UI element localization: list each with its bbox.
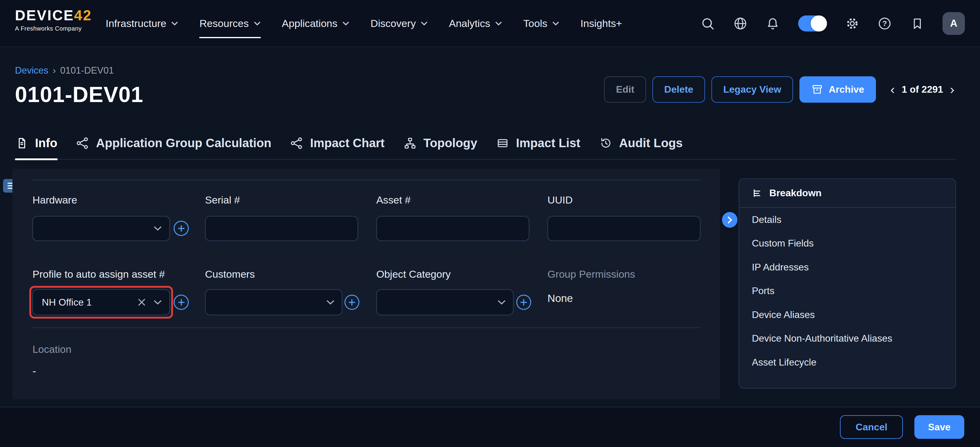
add-profile-button[interactable] (173, 295, 189, 310)
object-category-label: Object Category (376, 268, 451, 280)
nav-item-analytics[interactable]: Analytics (449, 0, 502, 47)
tab-info[interactable]: Info (15, 127, 57, 159)
add-hardware-button[interactable] (173, 221, 189, 236)
breakdown-panel: Breakdown Details Custom Fields IP Addre… (739, 178, 956, 388)
breakdown-item-ports[interactable]: Ports (739, 279, 956, 303)
main-nav: Infrastructure Resources Applications Di… (105, 0, 622, 47)
pager-next-button[interactable]: › (950, 83, 954, 96)
edit-button[interactable]: Edit (604, 76, 646, 103)
edit-button-label: Edit (616, 84, 634, 95)
globe-icon[interactable] (733, 16, 748, 31)
cancel-button[interactable]: Cancel (840, 415, 903, 439)
nav-item-applications[interactable]: Applications (282, 0, 349, 47)
save-button[interactable]: Save (914, 415, 964, 439)
page-actions: Edit Delete Legacy View Archive ‹ 1 of 2… (604, 76, 954, 103)
add-customer-button[interactable] (345, 295, 360, 310)
customers-select[interactable] (205, 289, 343, 316)
svg-text:?: ? (882, 19, 887, 27)
breakdown-item-device-non-authoritative-aliases[interactable]: Device Non-Authoritative Aliases (739, 327, 956, 351)
chevron-down-icon (495, 21, 502, 26)
uuid-input[interactable] (547, 216, 700, 241)
hardware-label: Hardware (32, 194, 77, 206)
archive-button[interactable]: Archive (799, 76, 876, 103)
breadcrumb: Devices › 0101-DEV01 (15, 65, 114, 76)
breakdown-title: Breakdown (770, 187, 822, 199)
chevron-down-icon (154, 300, 162, 305)
device42-app: DEVICE42 A Freshworks Company Infrastruc… (0, 0, 980, 447)
plus-icon (178, 299, 185, 306)
nav-item-label: Infrastructure (105, 18, 166, 29)
nav-item-label: Insights+ (581, 18, 622, 29)
section-divider (32, 327, 700, 328)
chevron-down-icon (342, 21, 349, 26)
profile-select[interactable]: NH Office 1 (32, 289, 170, 316)
nav-item-infrastructure[interactable]: Infrastructure (105, 0, 178, 47)
tab-audit-logs[interactable]: Audit Logs (599, 127, 682, 159)
topbar-actions: ? A (700, 0, 965, 47)
brand-name-accent: 42 (74, 7, 92, 23)
nav-item-label: Applications (282, 18, 337, 29)
user-avatar[interactable]: A (942, 12, 965, 35)
tab-impact-list[interactable]: Impact List (496, 127, 581, 159)
breakdown-item-ip-addresses[interactable]: IP Addresses (739, 255, 956, 279)
theme-toggle[interactable] (798, 16, 827, 32)
tab-impact-chart[interactable]: Impact Chart (290, 127, 385, 159)
list-tree-icon (752, 187, 763, 199)
pager-label: 1 of 2291 (902, 84, 943, 95)
breakdown-item-device-aliases[interactable]: Device Aliases (739, 303, 956, 327)
uuid-label: UUID (547, 194, 573, 206)
section-divider (32, 180, 700, 180)
device-info-card: Hardware Serial # Asset # UUID Profile t… (13, 169, 720, 399)
serial-input[interactable] (205, 216, 358, 241)
nav-item-label: Resources (199, 18, 249, 29)
brand-name: DEVICE42 (15, 8, 92, 23)
clear-x-icon[interactable] (138, 298, 146, 307)
nav-item-resources[interactable]: Resources (199, 0, 261, 47)
bookmark-icon[interactable] (910, 16, 925, 31)
nav-item-label: Analytics (449, 18, 490, 29)
tab-label: Application Group Calculation (96, 136, 272, 150)
plus-icon (348, 299, 356, 306)
plus-icon (178, 225, 185, 232)
avatar-initial: A (950, 18, 957, 29)
tab-label: Topology (423, 136, 477, 150)
plus-icon (520, 299, 528, 306)
asset-input[interactable] (376, 216, 529, 241)
record-pager: ‹ 1 of 2291 › (891, 83, 954, 96)
tab-label: Info (35, 136, 57, 150)
legacy-view-button[interactable]: Legacy View (711, 76, 793, 103)
history-icon (599, 137, 612, 150)
chevron-down-icon (171, 21, 178, 26)
tab-topology[interactable]: Topology (404, 127, 477, 159)
brand-logo[interactable]: DEVICE42 A Freshworks Company (15, 8, 92, 32)
group-permissions-value: None (547, 292, 573, 304)
serial-label: Serial # (205, 194, 240, 206)
breadcrumb-devices-link[interactable]: Devices (15, 65, 48, 76)
breakdown-item-details[interactable]: Details (739, 208, 956, 231)
breakdown-collapse-button[interactable] (722, 212, 738, 228)
legacy-view-button-label: Legacy View (723, 84, 781, 95)
breadcrumb-current: 0101-DEV01 (60, 65, 114, 76)
pager-prev-button[interactable]: ‹ (891, 83, 895, 96)
profile-label: Profile to auto assign asset # (32, 268, 165, 280)
hardware-select[interactable] (32, 216, 170, 241)
search-icon[interactable] (700, 16, 715, 31)
object-category-select[interactable] (376, 289, 514, 316)
notifications-bell-icon[interactable] (765, 16, 780, 31)
help-icon[interactable]: ? (877, 16, 892, 31)
archive-button-label: Archive (829, 84, 864, 95)
document-icon (15, 137, 28, 150)
breakdown-item-asset-lifecycle[interactable]: Asset Lifecycle (739, 350, 956, 374)
top-navbar: DEVICE42 A Freshworks Company Infrastruc… (0, 0, 980, 47)
settings-gear-icon[interactable] (845, 16, 860, 31)
tab-application-group-calculation[interactable]: Application Group Calculation (76, 127, 271, 159)
chevron-down-icon (326, 300, 334, 305)
nav-item-insights[interactable]: Insights+ (581, 0, 622, 47)
tab-label: Audit Logs (619, 136, 682, 150)
nav-item-discovery[interactable]: Discovery (371, 0, 428, 47)
delete-button[interactable]: Delete (652, 76, 705, 103)
breakdown-item-custom-fields[interactable]: Custom Fields (739, 231, 956, 255)
group-permissions-label: Group Permissions (547, 268, 635, 280)
nav-item-tools[interactable]: Tools (523, 0, 559, 47)
add-object-category-button[interactable] (516, 295, 531, 310)
